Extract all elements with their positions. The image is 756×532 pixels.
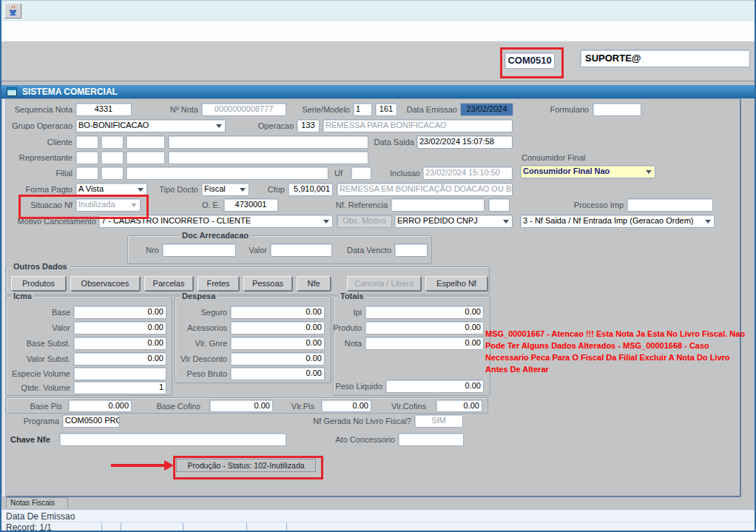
produto-field[interactable]: 0.00 [365, 321, 484, 334]
vlr-gnre-field[interactable]: 0.00 [230, 337, 325, 350]
consumidor-final-value: Consumidor Final Nao [523, 166, 610, 175]
icms-base-subst-field[interactable]: 0.00 [73, 337, 166, 350]
situacao-nf-combo: Inutilizada [75, 198, 141, 212]
ipi-field[interactable]: 0.00 [365, 306, 484, 319]
base-pis-label: Base Pis [25, 401, 62, 411]
oe-field[interactable]: 4730001 [223, 198, 278, 212]
tipo-docto-label: Tipo Docto [157, 184, 198, 195]
operacao-label: Operacao [252, 121, 294, 131]
vlr-cofins-field[interactable]: 0.00 [436, 400, 482, 412]
pessoas-button[interactable]: Pessoas [243, 276, 292, 291]
java-applet-button[interactable] [4, 3, 21, 18]
vlr-desconto-label: Vlr Desconto [175, 354, 227, 364]
peso-liquido-field[interactable]: 0.00 [385, 380, 484, 393]
filial-field-1[interactable] [75, 166, 98, 180]
icms-valor-field[interactable]: 0.00 [73, 321, 166, 334]
sequencia-nota-field[interactable]: 4331 [75, 103, 132, 116]
filial-field-2[interactable] [101, 166, 124, 180]
chave-nfe-field[interactable] [59, 433, 286, 446]
motivo-cancelamento-value: 7 - CADASTRO INCORRETO - CLIENTE [101, 216, 251, 225]
data-vencto-field[interactable] [394, 243, 428, 257]
ato-concessorio-field[interactable] [398, 433, 464, 446]
oe-label: O. E. [198, 200, 220, 210]
doc-arrecadacao-group: Doc Arrecadacao Nro Valor Data Vencto [127, 235, 432, 264]
ipi-label: Ipi [334, 307, 362, 317]
motivo-cancelamento-combo[interactable]: 7 - CADASTRO INCORRETO - CLIENTE [98, 215, 333, 228]
user-field[interactable]: SUPORTE@ [580, 50, 750, 67]
tipo-docto-combo[interactable]: Fiscal [201, 183, 249, 196]
status-divider [0, 522, 756, 522]
peso-bruto-label: Peso Bruto [175, 368, 227, 379]
cliente-nome-field[interactable] [168, 135, 368, 149]
status-bar: Data De Emissao Record: 1/1 [0, 509, 756, 532]
icms-valor-subst-field[interactable]: 0.00 [73, 352, 166, 366]
produtos-button[interactable]: Produtos [11, 276, 66, 291]
nf-referencia-field-2[interactable] [488, 198, 510, 212]
processo-imp-field[interactable] [627, 198, 713, 212]
uf-field[interactable] [351, 166, 371, 180]
obs-motivo-combo[interactable]: ERRO PEDIDO CNPJ [394, 215, 513, 228]
icms-base-field[interactable]: 0.00 [73, 306, 166, 319]
operacao-descricao-field: REMESSA PARA BONIFICACAO [323, 119, 513, 132]
parcelas-button[interactable]: Parcelas [144, 276, 193, 291]
formulario-field[interactable] [593, 103, 641, 116]
tab-notas-fiscais[interactable]: Notas Fiscais [6, 497, 68, 508]
valor-field[interactable] [270, 243, 332, 257]
vlr-pis-field[interactable]: 0.00 [321, 400, 371, 412]
observacoes-button[interactable]: Observacoes [70, 276, 140, 291]
espelho-nf-button[interactable]: Espelho Nf [425, 276, 487, 291]
forma-pagto-value: A Vista [78, 184, 104, 193]
menu-bar: COM0510 - ALTERACAO NOTAS Window [0, 21, 756, 41]
data-emissao-field[interactable]: 23/02/2024 [460, 103, 513, 116]
especie-volume-field[interactable] [73, 367, 166, 380]
representante-field-1[interactable] [75, 151, 98, 164]
cfop-code-field[interactable]: 5,910,001 [288, 183, 333, 196]
status-separator [101, 523, 102, 531]
grupo-operacao-combo[interactable]: BO-BONIFICACAO [75, 119, 226, 132]
nro-field[interactable] [162, 243, 236, 257]
peso-bruto-field[interactable]: 0.00 [230, 367, 325, 380]
filial-nome-field[interactable] [126, 166, 328, 180]
fretes-button[interactable]: Fretes [198, 276, 239, 291]
seguro-field[interactable]: 0.00 [230, 306, 325, 319]
qtde-volume-field[interactable]: 1 [73, 381, 166, 394]
geracao-ordem-combo[interactable]: 3 - Nf Saida / Nf Entrada Imp (Geracao O… [520, 215, 715, 228]
acessorios-field[interactable]: 0.00 [230, 321, 325, 334]
nf-referencia-field[interactable] [391, 198, 485, 212]
nota-field[interactable]: 0.00 [365, 337, 484, 350]
cliente-field-1[interactable] [75, 135, 98, 149]
cliente-field-3[interactable] [126, 135, 165, 149]
icms-base-subst-label: Base Subst. [7, 338, 70, 349]
modelo-field[interactable]: 161 [375, 103, 397, 116]
operacao-code-field[interactable]: 133 [297, 119, 320, 132]
forma-pagto-combo[interactable]: A Vista [75, 183, 147, 196]
cfop-descricao-field: REMESSA EM BONIFICAÇÃO DOACAO OU BRIN [337, 183, 513, 196]
programa-field[interactable]: COM0500 PRC_GERA [62, 414, 120, 428]
outros-dados-group: Outros Dados Produtos Observacoes Parcel… [6, 266, 490, 295]
vlr-desconto-field[interactable]: 0.00 [230, 352, 325, 366]
serie-field[interactable]: 1 [353, 103, 372, 116]
icms-valor-subst-label: Valor Subst. [7, 354, 70, 364]
representante-nome-field[interactable] [168, 151, 368, 164]
chevron-down-icon [323, 220, 329, 223]
status-separator [183, 523, 183, 531]
representante-field-3[interactable] [126, 151, 165, 164]
chevron-down-icon [216, 124, 222, 128]
doc-arrecadacao-legend: Doc Arrecadacao [180, 231, 251, 240]
motivo-cancelamento-label: Motivo Cancelamento [0, 216, 96, 226]
chevron-down-icon [131, 203, 137, 207]
consumidor-final-combo[interactable]: Consumidor Final Nao [520, 165, 655, 178]
nfe-button[interactable]: Nfe [297, 276, 331, 291]
base-cofins-field[interactable]: 0.00 [209, 400, 273, 412]
cliente-field-2[interactable] [101, 135, 124, 149]
base-pis-field[interactable]: 0.000 [68, 400, 132, 412]
form-icon [7, 87, 17, 96]
icms-base-label: Base [7, 307, 70, 317]
application-window: COM0510 - ALTERACAO NOTAS Window [0, 0, 756, 532]
sequencia-nota-label: Sequencia Nota [7, 104, 72, 115]
cancela-libera-button: Cancela / Libera [347, 276, 421, 291]
data-saida-field[interactable]: 23/02/2024 15:07:58 [416, 135, 513, 149]
geracao-ordem-value: 3 - Nf Saida / Nf Entrada Imp (Geracao O… [523, 216, 693, 225]
representante-field-2[interactable] [101, 151, 124, 164]
icms-group: Icms Base 0.00 Valor 0.00 Base Subst. 0.… [6, 296, 172, 396]
